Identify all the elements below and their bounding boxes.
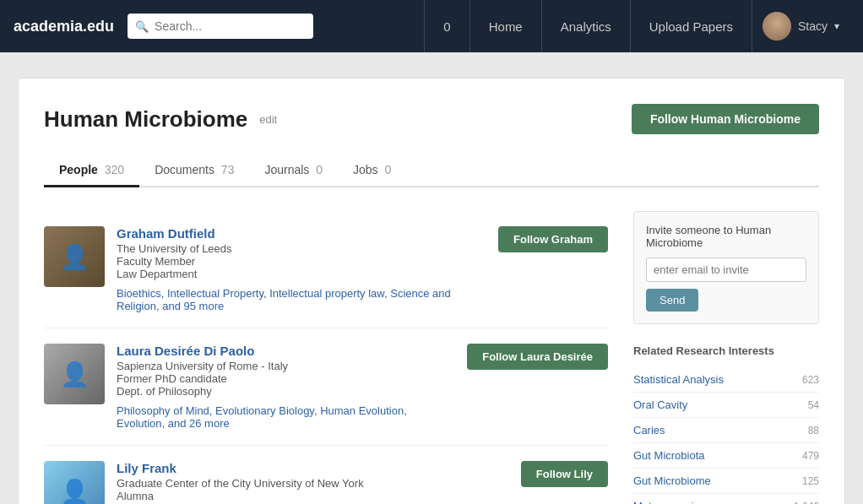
person-actions: Follow Graham bbox=[498, 226, 608, 252]
person-university: The University of Leeds bbox=[117, 242, 486, 255]
brand[interactable]: academia.edu bbox=[14, 18, 114, 35]
person-info: Laura Desirée Di Paolo Sapienza Universi… bbox=[117, 344, 455, 430]
avatar bbox=[763, 12, 791, 41]
person-department: Dept. of Philosophy bbox=[117, 385, 455, 398]
person-actions: Follow Laura Desirée bbox=[467, 344, 608, 370]
interest-link[interactable]: Metagenomics bbox=[633, 500, 705, 504]
avatar-placeholder: 👤 bbox=[44, 344, 105, 404]
tab-people-label: People bbox=[59, 163, 98, 176]
person-university: Graduate Center of the City University o… bbox=[117, 477, 486, 490]
tab-people[interactable]: People 320 bbox=[44, 154, 139, 187]
follow-lily-button[interactable]: Follow Lily bbox=[521, 461, 608, 487]
interest-link[interactable]: Intellectual property law bbox=[269, 287, 384, 300]
interest-link[interactable]: Gut Microbiota bbox=[633, 449, 705, 462]
interest-link[interactable]: Gut Microbiome bbox=[633, 474, 711, 487]
nav-user[interactable]: Stacy ▾ bbox=[752, 12, 849, 41]
search-icon: 🔍 bbox=[135, 20, 149, 33]
tab-journals-label: Journals bbox=[264, 163, 309, 176]
interest-count: 54 bbox=[808, 399, 819, 411]
interest-link[interactable]: Evolution bbox=[117, 417, 161, 430]
navbar: academia.edu 🔍 0 Home Analytics Upload P… bbox=[0, 0, 863, 52]
search-input[interactable] bbox=[128, 14, 313, 39]
search-wrapper: 🔍 bbox=[128, 14, 313, 39]
interest-link[interactable]: Oral Cavity bbox=[633, 398, 687, 411]
tab-documents[interactable]: Documents 73 bbox=[139, 154, 249, 187]
more-interests-link[interactable]: 95 more bbox=[184, 300, 225, 312]
nav-upload[interactable]: Upload Papers bbox=[631, 0, 752, 52]
edit-link[interactable]: edit bbox=[259, 113, 277, 126]
avatar-placeholder: 👤 bbox=[44, 226, 105, 287]
person-university: Sapienza University of Rome - Italy bbox=[117, 360, 455, 372]
send-button[interactable]: Send bbox=[646, 289, 698, 312]
interest-count: 88 bbox=[808, 425, 819, 436]
list-item: Oral Cavity 54 bbox=[633, 393, 819, 418]
follow-topic-button[interactable]: Follow Human Microbiome bbox=[632, 104, 819, 134]
interest-count: 479 bbox=[802, 450, 819, 462]
person-interests: Philosophy of Mind, Evolutionary Biology… bbox=[117, 404, 455, 430]
person-name[interactable]: Lily Frank bbox=[117, 461, 176, 475]
people-list: 👤 Graham Dutfield The University of Leed… bbox=[44, 211, 608, 504]
tab-jobs[interactable]: Jobs 0 bbox=[338, 154, 406, 187]
tab-jobs-count: 0 bbox=[385, 163, 392, 176]
list-item: Metagenomics 1,646 bbox=[633, 494, 819, 504]
avatar-placeholder: 👤 bbox=[44, 461, 105, 504]
interest-count: 623 bbox=[802, 374, 819, 386]
list-item: Caries 88 bbox=[633, 418, 819, 443]
list-item: Statistical Analysis 623 bbox=[633, 367, 819, 393]
tab-journals[interactable]: Journals 0 bbox=[249, 154, 338, 187]
tab-documents-count: 73 bbox=[221, 163, 235, 176]
related-interests-title: Related Research Interests bbox=[633, 344, 819, 357]
tab-jobs-label: Jobs bbox=[353, 163, 378, 176]
person-department: Law Department bbox=[117, 268, 486, 280]
page-container: Human Microbiome edit Follow Human Micro… bbox=[18, 78, 845, 504]
interest-link[interactable]: Statistical Analysis bbox=[633, 373, 724, 386]
invite-email-input[interactable] bbox=[646, 257, 806, 282]
list-item: Gut Microbiome 125 bbox=[633, 469, 819, 494]
interest-link[interactable]: Bioethics bbox=[117, 287, 161, 300]
topic-title-row: Human Microbiome edit bbox=[44, 106, 277, 133]
person-role: Alumna bbox=[117, 490, 486, 502]
interest-count: 125 bbox=[802, 475, 819, 487]
page-title: Human Microbiome bbox=[44, 106, 247, 133]
interest-link[interactable]: Human Evolution bbox=[320, 404, 404, 417]
person-actions: Follow Lily bbox=[498, 461, 608, 487]
tab-documents-label: Documents bbox=[155, 163, 214, 176]
avatar-image bbox=[763, 12, 791, 41]
tab-journals-count: 0 bbox=[316, 163, 323, 176]
interest-count: 1,646 bbox=[794, 501, 819, 505]
tab-people-count: 320 bbox=[105, 163, 124, 176]
table-row: 👤 Laura Desirée Di Paolo Sapienza Univer… bbox=[44, 328, 608, 446]
person-info: Graham Dutfield The University of Leeds … bbox=[117, 226, 486, 312]
person-role: Faculty Member bbox=[117, 255, 486, 268]
tabs: People 320 Documents 73 Journals 0 Jobs … bbox=[44, 154, 819, 187]
avatar: 👤 bbox=[44, 226, 105, 287]
sidebar: Invite someone to Human Microbiome Send … bbox=[633, 211, 819, 504]
interest-link[interactable]: Caries bbox=[633, 424, 665, 436]
table-row: 👤 Lily Frank Graduate Center of the City… bbox=[44, 446, 608, 504]
nav-badge[interactable]: 0 bbox=[425, 0, 469, 52]
interest-link[interactable]: Philosophy of Mind bbox=[117, 404, 209, 417]
related-interests: Related Research Interests Statistical A… bbox=[633, 344, 819, 504]
person-interests: Bioethics, Intellectual Property, Intell… bbox=[117, 287, 486, 312]
follow-graham-button[interactable]: Follow Graham bbox=[498, 226, 608, 252]
chevron-down-icon: ▾ bbox=[834, 20, 839, 32]
nav-analytics[interactable]: Analytics bbox=[542, 0, 630, 52]
interest-link[interactable]: Evolutionary Biology bbox=[215, 404, 314, 417]
person-name[interactable]: Laura Desirée Di Paolo bbox=[117, 344, 254, 358]
table-row: 👤 Graham Dutfield The University of Leed… bbox=[44, 211, 608, 328]
main-layout: 👤 Graham Dutfield The University of Leed… bbox=[44, 211, 819, 504]
topic-header: Human Microbiome edit Follow Human Micro… bbox=[44, 104, 819, 134]
more-interests-link[interactable]: 26 more bbox=[189, 417, 230, 430]
invite-title: Invite someone to Human Microbiome bbox=[646, 224, 806, 249]
nav-username: Stacy bbox=[798, 19, 828, 33]
invite-box: Invite someone to Human Microbiome Send bbox=[633, 211, 819, 324]
nav-home[interactable]: Home bbox=[470, 0, 541, 52]
person-role: Former PhD candidate bbox=[117, 372, 455, 385]
avatar: 👤 bbox=[44, 344, 105, 404]
person-name[interactable]: Graham Dutfield bbox=[117, 226, 215, 241]
list-item: Gut Microbiota 479 bbox=[633, 443, 819, 469]
interest-link[interactable]: Intellectual Property bbox=[167, 287, 263, 300]
avatar: 👤 bbox=[44, 461, 105, 504]
follow-laura-button[interactable]: Follow Laura Desirée bbox=[467, 344, 608, 370]
person-info: Lily Frank Graduate Center of the City U… bbox=[117, 461, 486, 504]
